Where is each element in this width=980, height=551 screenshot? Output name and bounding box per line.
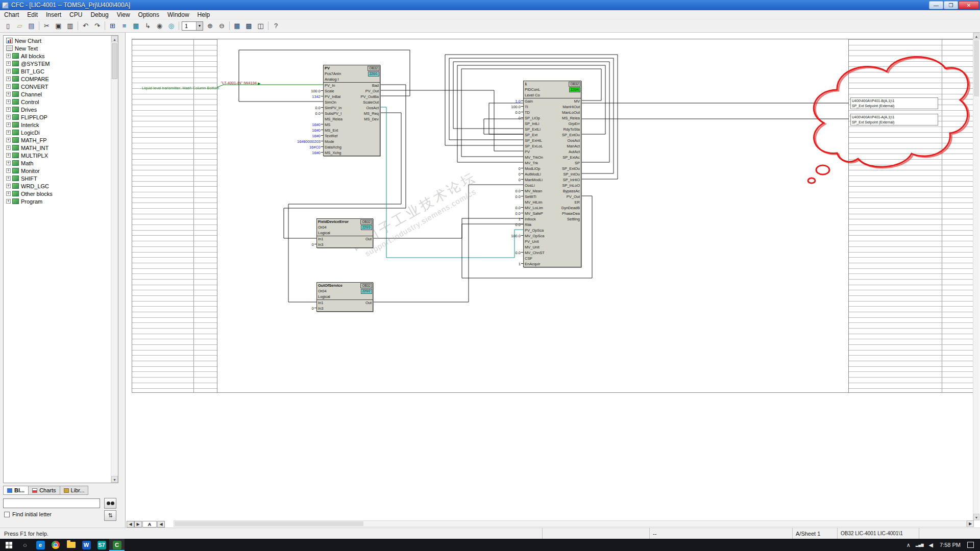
pin-value[interactable]: 0.0 [492,222,523,228]
output-pin[interactable]: MS_Dev [364,116,380,122]
sidebar-item-drives[interactable]: +Drives [4,106,110,113]
expand-plus-icon[interactable]: + [6,99,11,104]
sheet-prev-button[interactable]: ◀ [127,521,134,528]
sidebar-item-new-text[interactable]: New Text [4,44,110,52]
help-button[interactable]: ? [270,20,282,32]
sidebar-item-program[interactable]: +Program [4,197,110,205]
test-mode-button[interactable]: ◉ [154,20,165,32]
sidebar-item-control[interactable]: +Control [4,98,110,106]
scroll-up-icon[interactable]: ▲ [973,33,979,39]
input-pin[interactable]: PV [524,149,530,155]
sheet-connection[interactable]: U400\400A\\P401-B(A,1)\1 SP_Ext Setpoint… [850,97,938,109]
minimize-button[interactable]: — [929,1,943,9]
taskbar-clock[interactable]: 7:58 PM [936,542,965,548]
output-pin[interactable]: SP_InHiO [563,177,581,183]
margin-signal-address[interactable]: "LT-4001-IN" IW4194 [153,81,257,85]
taskbar-app-chrome[interactable] [48,539,63,551]
input-pin[interactable]: SP_ExHiL [524,138,542,143]
input-pin[interactable]: MS_Xchg [324,150,341,156]
vertical-scrollbar[interactable]: ▲ ▼ [973,33,979,520]
network-icon[interactable]: ▂▄▆ [913,543,926,547]
menu-edit[interactable]: Edit [23,11,42,19]
input-pin[interactable]: SP_Ext [524,132,537,138]
start-button[interactable] [0,539,17,551]
input-pin[interactable]: PV_InBai [324,94,340,99]
sidebar-item-multiplx[interactable]: +MULTIPLX [4,152,110,159]
input-pin[interactable]: MV_SafeP [524,211,543,216]
input-pin[interactable]: Gain [524,98,533,104]
sort-button[interactable]: ⇅ [104,510,116,521]
output-pin[interactable]: Settling [567,216,581,222]
taskbar-app-simatic-manager[interactable]: S7 [94,539,109,551]
pin-value[interactable]: 0 [492,177,523,183]
sidebar-item-other-blocks[interactable]: +Other blocks [4,190,110,197]
output-pin[interactable]: RdyToSta [563,127,581,132]
input-pin[interactable]: In1 [317,236,323,242]
output-pin[interactable]: MV [574,98,581,104]
find-initial-letter-checkbox[interactable] [4,512,10,517]
paste-button[interactable]: ▥ [64,20,76,32]
input-pin[interactable]: MV_ChnST [524,250,545,256]
run-sequence-button[interactable]: ≡ [118,20,130,32]
scroll-left-button[interactable]: ◀ [157,521,165,528]
scroll-down-icon[interactable]: ▼ [973,514,979,520]
pin-value[interactable]: 0.0 [291,111,323,116]
scroll-down-icon[interactable]: ▼ [111,476,118,483]
pin-value[interactable]: 1.0 [492,98,523,104]
tab-blocks[interactable]: Bl... [3,486,29,495]
sidebar-item-math[interactable]: +Math [4,159,110,167]
pin-value[interactable]: 0.0 [492,188,523,194]
expand-plus-icon[interactable]: + [6,191,11,196]
pin-value[interactable]: 16#80000203 [291,139,323,144]
input-pin[interactable]: ManModLi [524,177,543,183]
new-chart-button[interactable]: ▯ [2,20,14,32]
expand-plus-icon[interactable]: + [6,115,11,119]
input-pin[interactable]: Intlock [524,216,536,222]
expand-plus-icon[interactable]: + [6,84,11,89]
taskbar-app-edge[interactable]: e [33,539,48,551]
input-pin[interactable]: SimOn [324,99,336,105]
pin-value[interactable]: 1 [492,261,523,267]
sidebar-item-compare[interactable]: +COMPARE [4,75,110,83]
output-pin[interactable]: GrpErr [569,121,581,127]
expand-plus-icon[interactable]: + [6,92,11,96]
output-pin[interactable]: AutAct [569,149,581,155]
close-button[interactable]: ✕ [959,1,979,9]
menu-debug[interactable]: Debug [86,11,112,19]
sheet-connection[interactable]: U400\400A\\P401-A(A,1)\1 SP_Ext Setpoint… [850,114,938,126]
pin-value[interactable]: 0.0 [492,194,523,199]
sidebar-item-math-fp[interactable]: +MATH_FP [4,136,110,144]
input-pin[interactable]: MV_LoLim [524,205,543,211]
input-pin[interactable]: SettliTi [524,194,536,199]
pin-value[interactable]: 0.0 [492,250,523,256]
output-pin[interactable]: SP_ExtOu [562,166,581,171]
output-pin[interactable]: BypassAc [563,188,581,194]
output-pin[interactable]: Out [365,236,373,242]
output-pin[interactable]: Bad [372,83,380,88]
sidebar-item-system[interactable]: +@SYSTEM [4,60,110,67]
input-pin[interactable]: DataXchg [324,144,341,150]
input-pin[interactable]: In1 [317,300,323,306]
tile-windows-button[interactable]: ▦ [231,20,243,32]
print-button[interactable]: ▤ [26,20,37,32]
output-pin[interactable]: SP [575,160,581,166]
pin-value[interactable]: 0 [492,115,523,121]
expand-plus-icon[interactable]: + [6,168,11,173]
output-pin[interactable]: SP_InLoO [562,183,581,188]
v-scroll-thumb[interactable] [974,40,979,96]
input-pin[interactable]: AutModLi [524,171,541,177]
split-window-button[interactable]: ◫ [255,20,266,32]
pin-value[interactable]: 0.0 [291,105,323,111]
zoom-out-button[interactable]: ⊖ [216,20,228,32]
h-scroll-thumb[interactable] [175,521,363,526]
pin-value[interactable]: 1 [492,216,523,222]
output-pin[interactable]: PV_Out [365,88,380,94]
input-pin[interactable]: MV_TrkOn [524,155,543,160]
output-pin[interactable]: PhaseDea [562,211,581,216]
menu-view[interactable]: View [113,11,134,19]
pin-value[interactable]: 16#0 [291,133,323,139]
expand-plus-icon[interactable]: + [6,69,11,73]
cascade-windows-button[interactable]: ▩ [243,20,255,32]
pin-value[interactable]: 0.0 [492,211,523,216]
pin-value[interactable]: 0 [492,171,523,177]
